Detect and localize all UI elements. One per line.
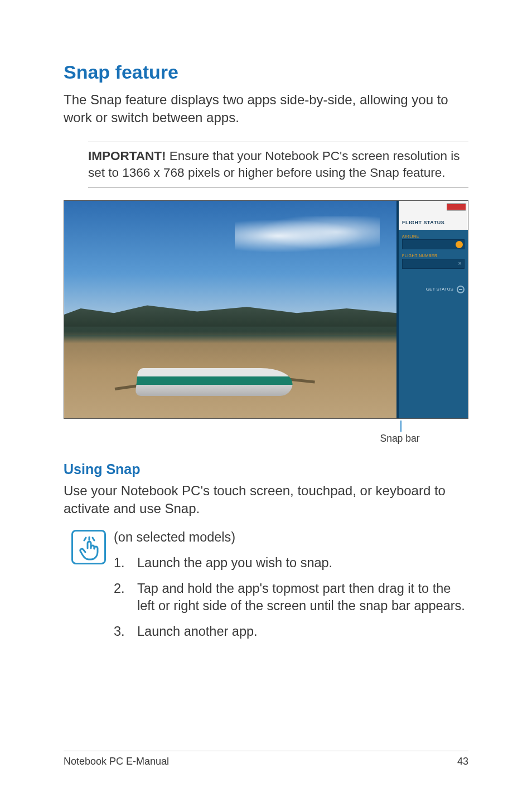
snap-screenshot-figure: FLIGHT STATUS AIRLINE FLIGHT NUMBER × GE… xyxy=(64,200,468,419)
callout-tick xyxy=(400,421,402,432)
window-controls-icon xyxy=(447,203,466,211)
step-3: 3. Launch another app. xyxy=(114,623,468,641)
flight-number-input: × xyxy=(402,259,465,269)
window-titlebar xyxy=(399,201,468,215)
snap-bar-callout: Snap bar xyxy=(330,433,470,445)
step-number: 1. xyxy=(114,554,137,572)
clear-icon: × xyxy=(458,260,462,267)
page-number: 43 xyxy=(457,756,468,767)
footer-title: Notebook PC E-Manual xyxy=(64,756,169,767)
step-2: 2. Tap and hold the app's topmost part t… xyxy=(114,580,468,615)
notice-label: IMPORTANT! xyxy=(88,149,166,163)
page: Snap feature The Snap feature displays t… xyxy=(0,0,532,802)
get-status-row: GET STATUS xyxy=(402,286,465,293)
get-status-label: GET STATUS xyxy=(426,287,453,292)
step-text: Tap and hold the app's topmost part then… xyxy=(137,580,468,615)
airline-field-label: AIRLINE xyxy=(402,234,465,238)
using-snap-intro: Use your Notebook PC's touch screen, tou… xyxy=(64,482,468,518)
step-1: 1. Launch the app you wish to snap. xyxy=(114,554,468,572)
step-number: 3. xyxy=(114,623,137,641)
selected-models-note: (on selected models) xyxy=(114,529,468,547)
dropdown-icon xyxy=(456,241,463,248)
touch-screen-icon xyxy=(71,530,106,564)
step-text: Launch another app. xyxy=(137,623,468,641)
get-status-icon xyxy=(457,286,465,293)
airline-input xyxy=(402,239,465,249)
flight-number-field-label: FLIGHT NUMBER xyxy=(402,254,465,258)
heading-using-snap: Using Snap xyxy=(64,461,468,477)
important-notice: IMPORTANT! Ensure that your Notebook PC'… xyxy=(88,142,468,188)
intro-paragraph: The Snap feature displays two apps side-… xyxy=(64,91,468,127)
photo-app-pane xyxy=(64,201,396,418)
flight-status-app-pane: FLIGHT STATUS AIRLINE FLIGHT NUMBER × GE… xyxy=(399,201,468,418)
boat-image xyxy=(114,329,315,396)
flight-status-title: FLIGHT STATUS xyxy=(399,215,468,230)
touch-steps-list: 1. Launch the app you wish to snap. 2. T… xyxy=(114,554,468,641)
page-footer: Notebook PC E-Manual 43 xyxy=(64,751,468,767)
heading-snap-feature: Snap feature xyxy=(64,61,468,83)
step-number: 2. xyxy=(114,580,137,615)
step-text: Launch the app you wish to snap. xyxy=(137,554,468,572)
touch-instructions-row: (on selected models) 1. Launch the app y… xyxy=(64,529,468,649)
